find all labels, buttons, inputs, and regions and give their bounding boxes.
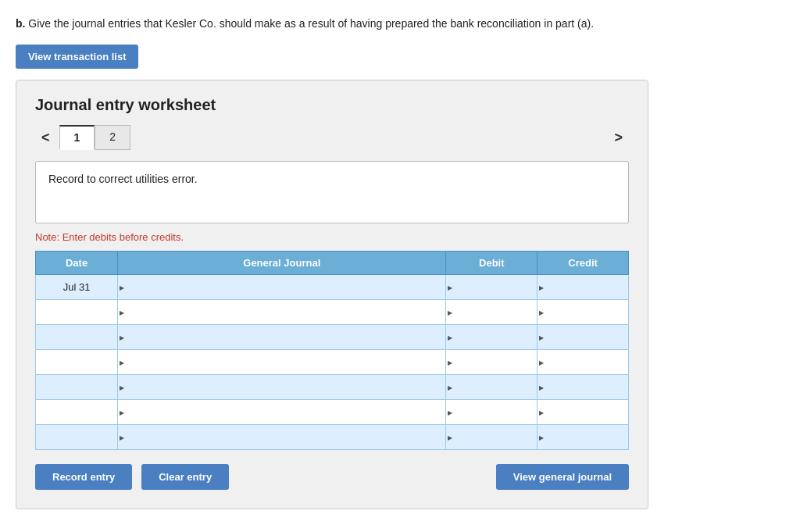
col-debit: Debit	[446, 252, 538, 275]
table-row	[36, 400, 629, 425]
tabs-nav: < 1 2 >	[35, 125, 629, 150]
credit-cell-5[interactable]	[538, 400, 629, 425]
description-text: Record to correct utilities error.	[48, 173, 198, 185]
date-cell-3	[36, 350, 118, 375]
gj-input-2[interactable]	[118, 325, 445, 349]
gj-cell-0[interactable]	[118, 275, 446, 300]
table-row	[36, 300, 629, 325]
gj-cell-1[interactable]	[118, 300, 446, 325]
gj-cell-3[interactable]	[118, 350, 446, 375]
debit-input-5[interactable]	[446, 400, 537, 424]
credit-input-3[interactable]	[538, 350, 628, 374]
date-cell-2	[36, 325, 118, 350]
action-buttons: Record entry Clear entry View general jo…	[35, 464, 629, 490]
debit-cell-1[interactable]	[446, 300, 538, 325]
credit-input-4[interactable]	[538, 375, 628, 399]
gj-input-6[interactable]	[118, 425, 445, 449]
credit-input-5[interactable]	[538, 400, 628, 424]
debit-input-4[interactable]	[446, 375, 537, 399]
debit-cell-3[interactable]	[446, 350, 538, 375]
intro-body: Give the journal entries that Kesler Co.…	[28, 17, 594, 30]
credit-input-2[interactable]	[538, 325, 628, 349]
record-entry-button[interactable]: Record entry	[35, 464, 132, 490]
debit-cell-4[interactable]	[446, 375, 538, 400]
col-general-journal: General Journal	[118, 252, 446, 275]
table-row	[36, 375, 629, 400]
tab-next-button[interactable]: >	[608, 127, 629, 149]
worksheet-title: Journal entry worksheet	[35, 96, 629, 114]
gj-input-5[interactable]	[118, 400, 445, 424]
credit-input-6[interactable]	[538, 425, 628, 449]
debit-input-0[interactable]	[446, 275, 537, 299]
date-cell-6	[36, 425, 118, 450]
date-cell-4	[36, 375, 118, 400]
credit-input-0[interactable]	[538, 275, 628, 299]
debit-input-6[interactable]	[446, 425, 537, 449]
tabs-list: 1 2	[59, 125, 131, 150]
gj-input-0[interactable]	[118, 275, 445, 299]
journal-table: Date General Journal Debit Credit Jul 31	[35, 251, 629, 450]
table-row	[36, 350, 629, 375]
credit-cell-6[interactable]	[538, 425, 629, 450]
worksheet-container: Journal entry worksheet < 1 2 > Record t…	[16, 80, 648, 509]
debit-cell-6[interactable]	[446, 425, 538, 450]
view-general-journal-button[interactable]: View general journal	[496, 464, 629, 490]
date-cell-5	[36, 400, 118, 425]
gj-input-1[interactable]	[118, 300, 445, 324]
credit-input-1[interactable]	[538, 300, 628, 324]
gj-cell-2[interactable]	[118, 325, 446, 350]
tab-2[interactable]: 2	[95, 125, 130, 150]
date-cell-0: Jul 31	[36, 275, 118, 300]
clear-entry-button[interactable]: Clear entry	[141, 464, 229, 490]
credit-cell-1[interactable]	[538, 300, 629, 325]
intro-label: b.	[16, 17, 25, 30]
col-credit: Credit	[538, 252, 629, 275]
col-date: Date	[36, 252, 118, 275]
gj-cell-6[interactable]	[118, 425, 446, 450]
date-cell-1	[36, 300, 118, 325]
debit-cell-0[interactable]	[446, 275, 538, 300]
gj-cell-4[interactable]	[118, 375, 446, 400]
credit-cell-4[interactable]	[538, 375, 629, 400]
tab-prev-button[interactable]: <	[35, 127, 56, 149]
note-text: Note: Enter debits before credits.	[35, 231, 629, 243]
gj-input-4[interactable]	[118, 375, 445, 399]
gj-input-3[interactable]	[118, 350, 445, 374]
credit-cell-0[interactable]	[538, 275, 629, 300]
credit-cell-3[interactable]	[538, 350, 629, 375]
debit-input-3[interactable]	[446, 350, 537, 374]
debit-input-2[interactable]	[446, 325, 537, 349]
table-row	[36, 425, 629, 450]
debit-cell-5[interactable]	[446, 400, 538, 425]
description-box: Record to correct utilities error.	[35, 161, 629, 223]
table-row: Jul 31	[36, 275, 629, 300]
debit-cell-2[interactable]	[446, 325, 538, 350]
view-transaction-button[interactable]: View transaction list	[16, 45, 138, 69]
debit-input-1[interactable]	[446, 300, 537, 324]
tab-1[interactable]: 1	[59, 125, 95, 150]
intro-text: b. Give the journal entries that Kesler …	[16, 16, 784, 32]
gj-cell-5[interactable]	[118, 400, 446, 425]
table-row	[36, 325, 629, 350]
credit-cell-2[interactable]	[538, 325, 629, 350]
